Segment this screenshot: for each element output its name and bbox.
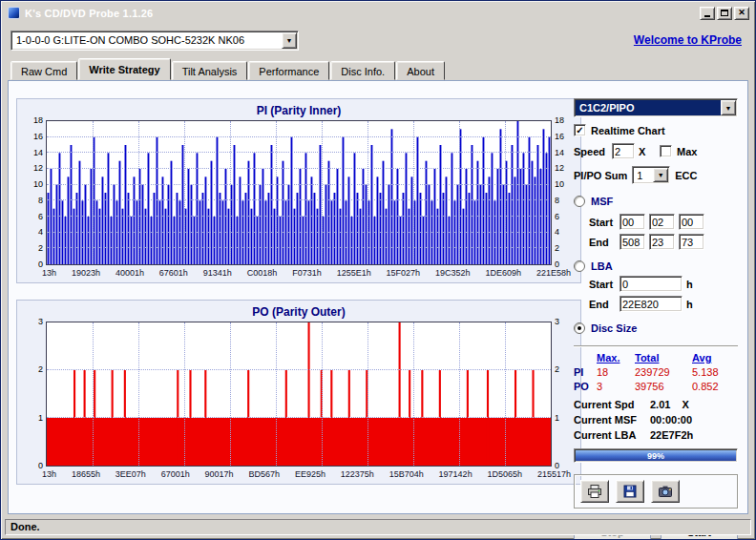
gridline (368, 121, 368, 264)
y-axis-tick-label: 4 (555, 228, 559, 237)
gridline (93, 322, 94, 466)
tab-raw-cmd[interactable]: Raw Cmd (10, 61, 77, 80)
progress-percent: 99% (575, 449, 737, 464)
current-speed-value: 2.01 (650, 399, 670, 410)
x-axis-tick-label: 90017h (205, 469, 234, 479)
pipo-sum-value: 1 (634, 168, 653, 182)
minimize-button[interactable] (700, 7, 715, 20)
x-axis-tick-label: 1255E1h (337, 268, 371, 278)
x-axis-tick-label: 1DE609h (485, 268, 521, 278)
y-axis-tick-label: 2 (555, 365, 559, 374)
chart-mode-select[interactable]: C1C2/PIPO ▼ (574, 98, 738, 117)
y-axis-tick-label: 14 (33, 149, 43, 157)
current-msf-value: 00:00:00 (650, 414, 692, 426)
lba-start-input[interactable] (620, 276, 682, 292)
y-axis-tick-label: 4 (38, 228, 43, 237)
speed-unit: X (639, 146, 660, 157)
max-speed-checkbox[interactable] (660, 145, 672, 157)
msf-end-s[interactable] (649, 234, 675, 250)
pi-max-value: 18 (597, 366, 635, 378)
gridline (47, 136, 551, 137)
x-axis-tick-label: BD567h (249, 469, 281, 479)
gridline (184, 322, 185, 466)
msf-start-s[interactable] (649, 214, 675, 230)
print-button[interactable] (580, 480, 609, 503)
drive-select-value: 1-0-0-0 G:LITE-ON COMBO SOHC-5232K NK06 (12, 32, 282, 49)
snapshot-button[interactable] (651, 480, 680, 503)
pipo-sum-dropdown-button[interactable]: ▼ (653, 168, 668, 182)
tab-page-write-strategy: PI (Parity Inner) 181614121086420 181614… (8, 80, 748, 514)
tab-about[interactable]: About (396, 61, 445, 80)
tab-performance[interactable]: Performance (248, 61, 329, 80)
y-axis-tick-label: 1 (555, 414, 559, 423)
control-panel: C1C2/PIPO ▼ ✓ Realtime Chart Speed X Max… (574, 98, 742, 540)
current-speed-label: Current Spd (574, 399, 650, 410)
lba-radio[interactable] (574, 260, 585, 272)
close-button[interactable]: ✕ (734, 7, 749, 20)
realtime-chart-checkbox[interactable]: ✓ (574, 124, 586, 136)
y-axis-tick-label: 16 (555, 133, 564, 141)
kprobe-welcome-link[interactable]: Welcome to KProbe (634, 33, 742, 47)
y-axis-tick-label: 2 (38, 365, 43, 374)
tab-tilt-analysis[interactable]: Tilt Analysis (172, 61, 248, 80)
chevron-down-icon: ▼ (286, 37, 293, 44)
msf-end-label: End (589, 237, 620, 248)
x-axis-tick-label: 67001h (161, 469, 190, 479)
pi-y-axis-left: 181614121086420 (23, 116, 46, 269)
pi-x-axis: 13h19023h40001h67601h91341hC0018hF0731h1… (23, 265, 575, 278)
charts-area: PI (Parity Inner) 181614121086420 181614… (16, 98, 581, 501)
x-axis-tick-label: 3EE07h (116, 469, 146, 479)
max-speed-label: Max (677, 146, 697, 157)
pipo-sum-select[interactable]: 1 ▼ (632, 166, 670, 184)
gridline (230, 322, 231, 466)
floppy-icon (622, 484, 638, 499)
msf-radio[interactable] (574, 196, 585, 207)
po-y-axis-left: 3210 (23, 318, 46, 470)
pi-avg-value: 5.138 (692, 366, 734, 378)
gridline (413, 121, 414, 264)
pi-chart-title: PI (Parity Inner) (23, 101, 575, 120)
y-axis-tick-label: 2 (555, 244, 559, 253)
pi-total-value: 239729 (635, 366, 692, 378)
speed-input[interactable] (612, 143, 635, 159)
window-controls: ✕ (700, 7, 749, 20)
gridline (47, 184, 551, 185)
drive-select[interactable]: 1-0-0-0 G:LITE-ON COMBO SOHC-5232K NK06 … (10, 31, 299, 51)
msf-start-f[interactable] (679, 214, 704, 230)
disc-size-radio[interactable] (574, 322, 585, 334)
msf-start-m[interactable] (620, 214, 645, 230)
y-axis-tick-label: 14 (555, 149, 564, 157)
tab-disc-info[interactable]: Disc Info. (330, 61, 395, 80)
lba-end-unit: h (686, 299, 693, 310)
msf-end-f[interactable] (679, 234, 704, 250)
minimize-icon (704, 15, 710, 17)
current-speed-unit: X (682, 399, 688, 410)
realtime-chart-label: Realtime Chart (591, 125, 665, 136)
y-axis-tick-label: 6 (555, 213, 559, 221)
current-msf-label: Current MSF (574, 414, 650, 426)
drive-select-dropdown-button[interactable]: ▼ (282, 32, 297, 49)
maximize-button[interactable] (717, 7, 732, 20)
printer-icon (587, 484, 602, 499)
stats-table: Max. Total Avg PI 18 239729 5.138 PO 3 3… (574, 352, 742, 392)
tab-write-strategy[interactable]: Write Strategy (78, 58, 170, 80)
gridline (459, 121, 460, 264)
title-bar[interactable]: K's CD/DVD Probe 1.1.26 ✕ (4, 4, 752, 22)
po-bars (47, 322, 551, 466)
lba-start-unit: h (686, 279, 693, 290)
divider (574, 345, 738, 347)
gridline (47, 216, 551, 217)
stats-header-total: Total (635, 352, 692, 363)
check-icon: ✓ (576, 126, 583, 135)
chart-mode-dropdown-button[interactable]: ▼ (721, 100, 736, 115)
gridline (413, 322, 414, 466)
gridline (47, 247, 551, 248)
gridline (184, 121, 185, 264)
lba-end-input[interactable] (620, 296, 682, 312)
save-button[interactable] (616, 480, 644, 503)
close-icon: ✕ (738, 9, 746, 17)
lba-label: LBA (591, 260, 613, 272)
msf-end-m[interactable] (620, 234, 645, 250)
maximize-icon (721, 10, 728, 16)
stats-header-avg: Avg (692, 352, 734, 363)
